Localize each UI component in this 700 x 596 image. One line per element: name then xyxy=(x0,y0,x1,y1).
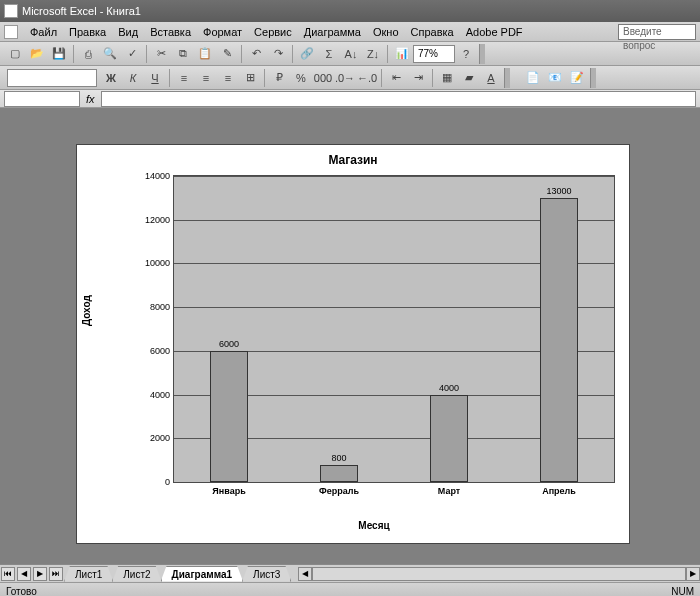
menu-view[interactable]: Вид xyxy=(112,24,144,40)
y-axis-title[interactable]: Доход xyxy=(81,295,92,326)
new-icon[interactable]: ▢ xyxy=(5,44,25,64)
menu-insert[interactable]: Вставка xyxy=(144,24,197,40)
currency-icon[interactable]: ₽ xyxy=(269,68,289,88)
format-painter-icon[interactable]: ✎ xyxy=(217,44,237,64)
font-combo[interactable] xyxy=(7,69,97,87)
y-tick-label: 2000 xyxy=(138,433,170,443)
formula-bar: fx xyxy=(0,90,700,108)
menu-tools[interactable]: Сервис xyxy=(248,24,298,40)
dec-decimal-icon[interactable]: ←.0 xyxy=(357,68,377,88)
zoom-combo[interactable]: 77% xyxy=(413,45,455,63)
workarea: Магазин Доход 02000400060008000100001200… xyxy=(0,108,700,582)
y-tick-label: 14000 xyxy=(138,171,170,181)
spell-icon[interactable]: ✓ xyxy=(122,44,142,64)
sheet-tab-Лист2[interactable]: Лист2 xyxy=(112,566,161,582)
x-tick-label: Январь xyxy=(212,486,245,496)
bar-Ферраль[interactable] xyxy=(320,465,359,482)
data-label: 800 xyxy=(331,453,346,463)
dec-indent-icon[interactable]: ⇤ xyxy=(386,68,406,88)
toolbar2-options-icon[interactable] xyxy=(504,68,510,88)
x-tick-label: Март xyxy=(438,486,460,496)
preview-icon[interactable]: 🔍 xyxy=(100,44,120,64)
cut-icon[interactable]: ✂ xyxy=(151,44,171,64)
x-axis-title[interactable]: Месяц xyxy=(358,520,389,531)
pdf-email-icon[interactable]: 📧 xyxy=(545,68,565,88)
menu-format[interactable]: Формат xyxy=(197,24,248,40)
menu-file[interactable]: Файл xyxy=(24,24,63,40)
tab-nav-last-icon[interactable]: ⏭ xyxy=(49,567,63,581)
data-label: 4000 xyxy=(439,383,459,393)
pdf-review-icon[interactable]: 📝 xyxy=(567,68,587,88)
sheet-tab-Лист1[interactable]: Лист1 xyxy=(64,566,113,582)
toolbar-standard: ▢ 📂 💾 ⎙ 🔍 ✓ ✂ ⧉ 📋 ✎ ↶ ↷ 🔗 Σ A↓ Z↓ 📊 77% … xyxy=(0,42,700,66)
statusbar: Готово NUM xyxy=(0,582,700,596)
bold-icon[interactable]: Ж xyxy=(101,68,121,88)
toolbar3-options-icon[interactable] xyxy=(590,68,596,88)
data-label: 6000 xyxy=(219,339,239,349)
bar-Апрель[interactable] xyxy=(540,198,579,482)
sheet-tab-Диаграмма1[interactable]: Диаграмма1 xyxy=(161,566,243,582)
tab-nav-first-icon[interactable]: ⏮ xyxy=(1,567,15,581)
y-tick-label: 10000 xyxy=(138,258,170,268)
excel-icon xyxy=(4,4,18,18)
sheet-tab-Лист3[interactable]: Лист3 xyxy=(242,566,291,582)
fx-label[interactable]: fx xyxy=(86,93,95,105)
workbook-icon[interactable] xyxy=(4,25,18,39)
align-center-icon[interactable]: ≡ xyxy=(196,68,216,88)
x-tick-label: Апрель xyxy=(542,486,576,496)
print-icon[interactable]: ⎙ xyxy=(78,44,98,64)
inc-decimal-icon[interactable]: .0→ xyxy=(335,68,355,88)
y-tick-label: 6000 xyxy=(138,346,170,356)
menu-help[interactable]: Справка xyxy=(405,24,460,40)
comma-icon[interactable]: 000 xyxy=(313,68,333,88)
tab-nav-next-icon[interactable]: ▶ xyxy=(33,567,47,581)
undo-icon[interactable]: ↶ xyxy=(246,44,266,64)
tab-nav-prev-icon[interactable]: ◀ xyxy=(17,567,31,581)
menu-chart[interactable]: Диаграмма xyxy=(298,24,367,40)
sort-desc-icon[interactable]: Z↓ xyxy=(363,44,383,64)
name-box[interactable] xyxy=(4,91,80,107)
chart-object[interactable]: Магазин Доход 02000400060008000100001200… xyxy=(76,144,630,544)
bar-Март[interactable] xyxy=(430,395,469,482)
sort-asc-icon[interactable]: A↓ xyxy=(341,44,361,64)
underline-icon[interactable]: Ч xyxy=(145,68,165,88)
italic-icon[interactable]: К xyxy=(123,68,143,88)
fill-color-icon[interactable]: ▰ xyxy=(459,68,479,88)
open-icon[interactable]: 📂 xyxy=(27,44,47,64)
align-left-icon[interactable]: ≡ xyxy=(174,68,194,88)
font-color-icon[interactable]: A xyxy=(481,68,501,88)
formula-input[interactable] xyxy=(101,91,696,107)
paste-icon[interactable]: 📋 xyxy=(195,44,215,64)
hscroll-track[interactable] xyxy=(312,567,686,581)
inc-indent-icon[interactable]: ⇥ xyxy=(408,68,428,88)
redo-icon[interactable]: ↷ xyxy=(268,44,288,64)
hscroll-left-icon[interactable]: ◀ xyxy=(298,567,312,581)
percent-icon[interactable]: % xyxy=(291,68,311,88)
merge-icon[interactable]: ⊞ xyxy=(240,68,260,88)
link-icon[interactable]: 🔗 xyxy=(297,44,317,64)
sum-icon[interactable]: Σ xyxy=(319,44,339,64)
x-tick-label: Ферраль xyxy=(319,486,359,496)
borders-icon[interactable]: ▦ xyxy=(437,68,457,88)
app-title: Microsoft Excel - Книга1 xyxy=(22,5,141,17)
pdf-convert-icon[interactable]: 📄 xyxy=(523,68,543,88)
plot-area[interactable]: Доход 0200040006000800010000120001400060… xyxy=(133,175,615,501)
menubar: Файл Правка Вид Вставка Формат Сервис Ди… xyxy=(0,22,700,42)
align-right-icon[interactable]: ≡ xyxy=(218,68,238,88)
copy-icon[interactable]: ⧉ xyxy=(173,44,193,64)
help-icon[interactable]: ? xyxy=(456,44,476,64)
menu-window[interactable]: Окно xyxy=(367,24,405,40)
titlebar: Microsoft Excel - Книга1 xyxy=(0,0,700,22)
toolbar-options-icon[interactable] xyxy=(479,44,485,64)
chart-wizard-icon[interactable]: 📊 xyxy=(392,44,412,64)
hscroll-right-icon[interactable]: ▶ xyxy=(686,567,700,581)
chart-title[interactable]: Магазин xyxy=(77,153,629,167)
save-icon[interactable]: 💾 xyxy=(49,44,69,64)
gridline xyxy=(174,176,614,177)
bar-Январь[interactable] xyxy=(210,351,249,482)
help-search[interactable]: Введите вопрос xyxy=(618,24,696,40)
menu-adobe[interactable]: Adobe PDF xyxy=(460,24,529,40)
y-tick-label: 4000 xyxy=(138,390,170,400)
y-tick-label: 12000 xyxy=(138,215,170,225)
menu-edit[interactable]: Правка xyxy=(63,24,112,40)
